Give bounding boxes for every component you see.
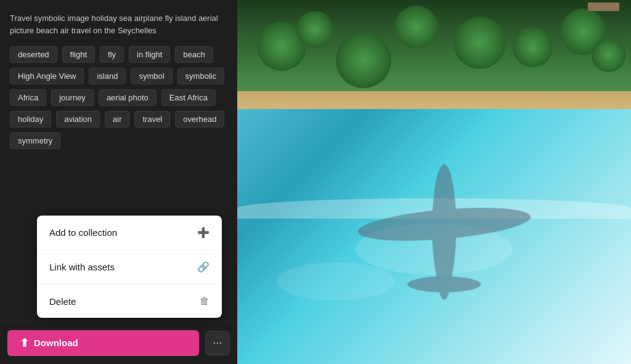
download-icon: ⬆ xyxy=(20,336,29,350)
image-description: Travel symbolic image holiday sea airpla… xyxy=(10,12,227,36)
dropdown-item-label-link-with-assets: Link with assets xyxy=(49,262,115,272)
tag-symbolic[interactable]: symbolic xyxy=(177,68,225,84)
dropdown-item-icon-link-with-assets: 🔗 xyxy=(197,261,210,273)
tags-container: desertedflightflyin flightbeachHigh Angl… xyxy=(10,46,227,149)
right-panel xyxy=(237,0,631,364)
dropdown-item-icon-add-to-collection: ➕ xyxy=(197,227,210,238)
tree-5 xyxy=(454,17,506,69)
download-button[interactable]: ⬆ Download xyxy=(7,330,199,356)
tree-3 xyxy=(336,33,391,88)
tag-in-flight[interactable]: in flight xyxy=(129,46,170,63)
dropdown-item-label-add-to-collection: Add to collection xyxy=(49,227,117,238)
dropdown-item-label-delete: Delete xyxy=(49,296,76,307)
tag-flight[interactable]: flight xyxy=(62,46,95,63)
tag-high-angle-view[interactable]: High Angle View xyxy=(10,68,84,84)
tag-island[interactable]: island xyxy=(89,68,126,84)
tag-deserted[interactable]: deserted xyxy=(10,46,57,63)
tag-east-africa[interactable]: East Africa xyxy=(161,89,216,106)
dropdown-menu: Add to collection➕Link with assets🔗Delet… xyxy=(37,216,222,318)
dropdown-item-delete[interactable]: Delete🗑 xyxy=(37,285,222,318)
more-options-button[interactable]: ··· xyxy=(205,331,230,355)
aerial-scene xyxy=(237,0,631,364)
svg-point-3 xyxy=(438,262,450,300)
tag-fly[interactable]: fly xyxy=(100,46,124,63)
tag-aviation[interactable]: aviation xyxy=(56,111,100,127)
tag-symmetry[interactable]: symmetry xyxy=(10,132,60,149)
tag-overhead[interactable]: overhead xyxy=(175,111,224,127)
tag-travel[interactable]: travel xyxy=(134,111,170,127)
airplane-shadow xyxy=(336,127,552,328)
dropdown-item-add-to-collection[interactable]: Add to collection➕ xyxy=(37,216,222,250)
tree-8 xyxy=(592,38,625,72)
tag-symbol[interactable]: symbol xyxy=(131,68,172,84)
dropdown-item-icon-delete: 🗑 xyxy=(200,296,210,307)
download-label: Download xyxy=(34,338,78,348)
image-container xyxy=(237,0,631,364)
tag-africa[interactable]: Africa xyxy=(10,89,46,106)
tag-journey[interactable]: journey xyxy=(51,89,94,106)
dropdown-item-link-with-assets[interactable]: Link with assets🔗 xyxy=(37,250,222,285)
tag-air[interactable]: air xyxy=(105,111,129,127)
tree-4 xyxy=(395,6,438,49)
building xyxy=(588,2,619,11)
more-icon: ··· xyxy=(213,336,222,349)
tree-2 xyxy=(296,11,333,48)
main-container: Travel symbolic image holiday sea airpla… xyxy=(0,0,631,364)
left-panel: Travel symbolic image holiday sea airpla… xyxy=(0,0,237,364)
bottom-bar: ⬆ Download ··· xyxy=(0,321,237,364)
tree-6 xyxy=(513,27,553,67)
tag-holiday[interactable]: holiday xyxy=(10,111,51,127)
tag-beach[interactable]: beach xyxy=(175,46,213,63)
tag-aerial-photo[interactable]: aerial photo xyxy=(99,89,157,106)
